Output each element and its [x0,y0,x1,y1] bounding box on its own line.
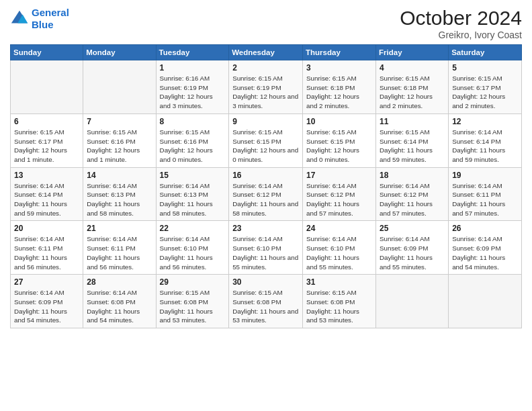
day-info: Sunrise: 6:15 AM Sunset: 6:16 PM Dayligh… [87,128,152,165]
day-info: Sunrise: 6:14 AM Sunset: 6:11 PM Dayligh… [14,234,79,271]
day-info: Sunrise: 6:15 AM Sunset: 6:15 PM Dayligh… [232,128,299,165]
day-cell: 3Sunrise: 6:15 AM Sunset: 6:18 PM Daylig… [303,60,376,114]
day-number: 17 [306,171,372,180]
day-info: Sunrise: 6:14 AM Sunset: 6:11 PM Dayligh… [452,181,518,218]
day-cell: 31Sunrise: 6:15 AM Sunset: 6:08 PM Dayli… [303,275,376,328]
week-row-3: 13Sunrise: 6:14 AM Sunset: 6:14 PM Dayli… [11,167,522,221]
day-info: Sunrise: 6:15 AM Sunset: 6:17 PM Dayligh… [14,128,79,165]
day-number: 24 [306,224,372,233]
day-cell: 1Sunrise: 6:16 AM Sunset: 6:19 PM Daylig… [156,60,229,114]
day-info: Sunrise: 6:15 AM Sunset: 6:19 PM Dayligh… [232,74,299,111]
day-number: 26 [452,224,518,233]
day-number: 30 [232,277,299,287]
header-cell-wednesday: Wednesday [229,45,303,60]
logo-icon [10,9,29,28]
day-number: 15 [160,171,226,180]
week-row-5: 27Sunrise: 6:14 AM Sunset: 6:09 PM Dayli… [11,275,522,328]
day-cell: 9Sunrise: 6:15 AM Sunset: 6:15 PM Daylig… [229,113,303,167]
day-info: Sunrise: 6:15 AM Sunset: 6:08 PM Dayligh… [306,288,372,325]
day-cell: 14Sunrise: 6:14 AM Sunset: 6:13 PM Dayli… [83,167,156,221]
day-info: Sunrise: 6:14 AM Sunset: 6:09 PM Dayligh… [452,234,518,271]
day-info: Sunrise: 6:15 AM Sunset: 6:15 PM Dayligh… [306,128,372,165]
day-number: 25 [380,224,445,233]
day-info: Sunrise: 6:14 AM Sunset: 6:13 PM Dayligh… [87,181,152,218]
day-info: Sunrise: 6:15 AM Sunset: 6:08 PM Dayligh… [160,288,226,325]
logo-line1: General [32,7,69,18]
day-cell: 7Sunrise: 6:15 AM Sunset: 6:16 PM Daylig… [83,113,156,167]
day-cell: 4Sunrise: 6:15 AM Sunset: 6:18 PM Daylig… [376,60,449,114]
day-number: 7 [87,117,152,126]
header-cell-thursday: Thursday [303,45,376,60]
day-info: Sunrise: 6:15 AM Sunset: 6:17 PM Dayligh… [452,74,518,111]
day-cell: 5Sunrise: 6:15 AM Sunset: 6:17 PM Daylig… [449,60,522,114]
day-cell: 27Sunrise: 6:14 AM Sunset: 6:09 PM Dayli… [11,275,83,328]
day-cell: 15Sunrise: 6:14 AM Sunset: 6:13 PM Dayli… [156,167,229,221]
logo-text: General Blue [32,7,69,31]
day-number: 22 [160,224,226,233]
day-info: Sunrise: 6:14 AM Sunset: 6:12 PM Dayligh… [306,181,372,218]
calendar-header: SundayMondayTuesdayWednesdayThursdayFrid… [11,45,522,60]
day-info: Sunrise: 6:14 AM Sunset: 6:08 PM Dayligh… [87,288,152,325]
day-cell [449,275,522,328]
day-cell: 17Sunrise: 6:14 AM Sunset: 6:12 PM Dayli… [303,167,376,221]
day-number: 9 [232,117,299,126]
header-cell-saturday: Saturday [449,45,522,60]
day-number: 28 [87,277,152,287]
day-info: Sunrise: 6:15 AM Sunset: 6:08 PM Dayligh… [232,288,299,325]
day-cell: 26Sunrise: 6:14 AM Sunset: 6:09 PM Dayli… [449,221,522,275]
day-info: Sunrise: 6:14 AM Sunset: 6:10 PM Dayligh… [232,234,299,271]
day-info: Sunrise: 6:14 AM Sunset: 6:12 PM Dayligh… [380,181,445,218]
day-number: 27 [14,277,79,287]
day-info: Sunrise: 6:15 AM Sunset: 6:18 PM Dayligh… [380,74,445,111]
day-number: 11 [380,117,445,126]
day-number: 6 [14,117,79,126]
day-cell: 19Sunrise: 6:14 AM Sunset: 6:11 PM Dayli… [449,167,522,221]
day-number: 19 [452,171,518,180]
header-cell-sunday: Sunday [11,45,83,60]
day-number: 21 [87,224,152,233]
title-month: October 2024 [400,7,522,30]
day-number: 13 [14,171,79,180]
day-number: 8 [160,117,226,126]
day-number: 12 [452,117,518,126]
day-cell [83,60,156,114]
day-info: Sunrise: 6:14 AM Sunset: 6:12 PM Dayligh… [232,181,299,218]
day-info: Sunrise: 6:15 AM Sunset: 6:18 PM Dayligh… [306,74,372,111]
day-info: Sunrise: 6:15 AM Sunset: 6:16 PM Dayligh… [160,128,226,165]
day-number: 14 [87,171,152,180]
day-number: 23 [232,224,299,233]
week-row-1: 1Sunrise: 6:16 AM Sunset: 6:19 PM Daylig… [11,60,522,114]
day-cell: 20Sunrise: 6:14 AM Sunset: 6:11 PM Dayli… [11,221,83,275]
day-info: Sunrise: 6:14 AM Sunset: 6:13 PM Dayligh… [160,181,226,218]
day-cell: 12Sunrise: 6:14 AM Sunset: 6:14 PM Dayli… [449,113,522,167]
day-cell: 6Sunrise: 6:15 AM Sunset: 6:17 PM Daylig… [11,113,83,167]
header: General Blue October 2024 Greikro, Ivory… [10,7,522,40]
day-number: 2 [232,63,299,73]
day-cell: 2Sunrise: 6:15 AM Sunset: 6:19 PM Daylig… [229,60,303,114]
day-number: 20 [14,224,79,233]
day-number: 18 [380,171,445,180]
day-info: Sunrise: 6:14 AM Sunset: 6:14 PM Dayligh… [452,128,518,165]
day-cell: 23Sunrise: 6:14 AM Sunset: 6:10 PM Dayli… [229,221,303,275]
day-info: Sunrise: 6:16 AM Sunset: 6:19 PM Dayligh… [160,74,226,111]
day-info: Sunrise: 6:14 AM Sunset: 6:11 PM Dayligh… [87,234,152,271]
day-number: 31 [306,277,372,287]
header-cell-tuesday: Tuesday [156,45,229,60]
day-cell: 28Sunrise: 6:14 AM Sunset: 6:08 PM Dayli… [83,275,156,328]
day-cell [11,60,83,114]
day-cell: 16Sunrise: 6:14 AM Sunset: 6:12 PM Dayli… [229,167,303,221]
logo: General Blue [10,7,69,31]
week-row-4: 20Sunrise: 6:14 AM Sunset: 6:11 PM Dayli… [11,221,522,275]
day-info: Sunrise: 6:14 AM Sunset: 6:09 PM Dayligh… [14,288,79,325]
day-cell: 11Sunrise: 6:15 AM Sunset: 6:14 PM Dayli… [376,113,449,167]
day-info: Sunrise: 6:15 AM Sunset: 6:14 PM Dayligh… [380,128,445,165]
header-row: SundayMondayTuesdayWednesdayThursdayFrid… [11,45,522,60]
day-info: Sunrise: 6:14 AM Sunset: 6:09 PM Dayligh… [380,234,445,271]
day-number: 5 [452,63,518,73]
title-location: Greikro, Ivory Coast [400,30,522,40]
header-cell-monday: Monday [83,45,156,60]
header-cell-friday: Friday [376,45,449,60]
day-cell: 18Sunrise: 6:14 AM Sunset: 6:12 PM Dayli… [376,167,449,221]
day-cell: 10Sunrise: 6:15 AM Sunset: 6:15 PM Dayli… [303,113,376,167]
day-cell: 22Sunrise: 6:14 AM Sunset: 6:10 PM Dayli… [156,221,229,275]
